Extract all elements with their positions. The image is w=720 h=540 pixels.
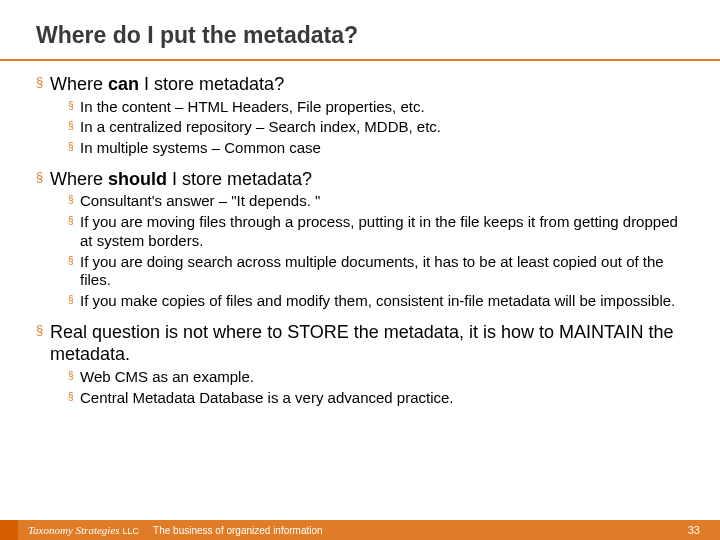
bullet-2-bold: should [108, 169, 167, 189]
sub-item: In multiple systems – Common case [68, 139, 690, 158]
sub-item: In the content – HTML Headers, File prop… [68, 98, 690, 117]
bullet-2-sublist: Consultant's answer – "It depends. " If … [50, 192, 690, 311]
bullet-1-lead: Where [50, 74, 108, 94]
slide-title: Where do I put the metadata? [0, 0, 720, 59]
sub-item: Web CMS as an example. [68, 368, 690, 387]
slide: Where do I put the metadata? Where can I… [0, 0, 720, 540]
bullet-2-tail: I store metadata? [167, 169, 312, 189]
content-area: Where can I store metadata? In the conte… [0, 73, 720, 407]
bullet-2-lead: Where [50, 169, 108, 189]
sub-item: If you make copies of files and modify t… [68, 292, 690, 311]
footer-bar: Taxonomy Strategies LLC The business of … [0, 520, 720, 540]
sub-item: Central Metadata Database is a very adva… [68, 389, 690, 408]
bullet-1-bold: can [108, 74, 139, 94]
bullet-list: Where can I store metadata? In the conte… [36, 73, 690, 407]
bullet-3-text: Real question is not where to STORE the … [50, 322, 674, 365]
sub-item: Consultant's answer – "It depends. " [68, 192, 690, 211]
footer-llc: LLC [123, 526, 140, 536]
footer-accent-block [0, 520, 18, 540]
bullet-1: Where can I store metadata? In the conte… [36, 73, 690, 158]
page-number: 33 [688, 524, 700, 536]
title-rule [0, 59, 720, 61]
bullet-3: Real question is not where to STORE the … [36, 321, 690, 408]
bullet-3-sublist: Web CMS as an example. Central Metadata … [50, 368, 690, 408]
bullet-2: Where should I store metadata? Consultan… [36, 168, 690, 311]
sub-item: In a centralized repository – Search ind… [68, 118, 690, 137]
footer-tagline: The business of organized information [153, 525, 323, 536]
bullet-1-sublist: In the content – HTML Headers, File prop… [50, 98, 690, 158]
sub-item: If you are moving files through a proces… [68, 213, 690, 251]
footer-company: Taxonomy Strategies [28, 524, 120, 536]
bullet-1-tail: I store metadata? [139, 74, 284, 94]
sub-item: If you are doing search across multiple … [68, 253, 690, 291]
footer-left: Taxonomy Strategies LLC The business of … [0, 524, 323, 536]
